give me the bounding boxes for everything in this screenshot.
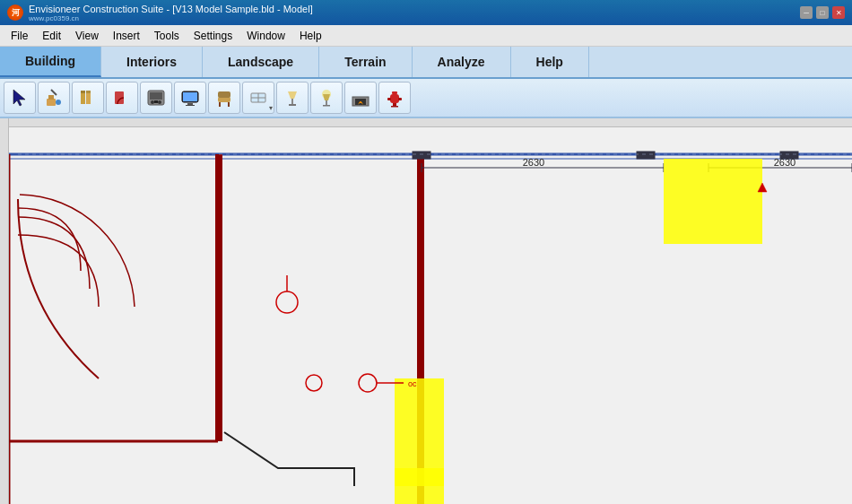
title-bar: 河 Envisioneer Construction Suite - [V13 … (0, 0, 852, 25)
svg-rect-65 (413, 152, 430, 159)
svg-rect-14 (154, 100, 158, 103)
svg-rect-38 (391, 106, 398, 108)
tab-help[interactable]: Help (511, 47, 589, 77)
svg-rect-66 (780, 152, 798, 159)
svg-rect-8 (86, 91, 91, 93)
svg-rect-45 (215, 154, 222, 441)
wall-tool-button[interactable] (72, 82, 104, 114)
svg-rect-36 (390, 94, 399, 103)
app-subtitle: www.pc0359.cn (29, 14, 313, 22)
logo-icon: 河 (7, 4, 23, 21)
svg-rect-56 (664, 159, 762, 244)
menu-window[interactable]: Window (239, 28, 292, 44)
paint-tool-button[interactable] (38, 82, 70, 114)
lamp1-tool-button[interactable] (276, 82, 309, 114)
tab-building[interactable]: Building (0, 47, 101, 77)
svg-rect-18 (186, 105, 195, 106)
menu-view[interactable]: View (68, 28, 106, 44)
svg-rect-17 (187, 103, 193, 105)
door-tool-button[interactable] (106, 82, 138, 114)
ruler-horizontal (0, 118, 852, 127)
svg-point-13 (158, 100, 161, 104)
menu-insert[interactable]: Insert (106, 28, 147, 44)
svg-point-12 (151, 100, 154, 104)
tab-terrain[interactable]: Terrain (319, 47, 412, 77)
svg-rect-22 (228, 102, 230, 107)
lamp2-tool-button[interactable] (310, 82, 343, 114)
svg-rect-31 (326, 100, 327, 105)
menu-help[interactable]: Help (292, 28, 329, 44)
ruler-vertical (0, 118, 9, 504)
toolbar (0, 79, 852, 118)
svg-rect-21 (219, 102, 221, 107)
svg-text:2630: 2630 (523, 157, 544, 168)
svg-line-3 (51, 90, 57, 95)
svg-rect-6 (86, 91, 91, 104)
svg-rect-37 (393, 103, 396, 106)
svg-marker-0 (13, 90, 25, 106)
svg-point-4 (56, 100, 61, 105)
svg-rect-20 (218, 91, 230, 98)
maximize-button[interactable]: □ (816, 6, 829, 19)
chair-tool-button[interactable] (208, 82, 240, 114)
minimize-button[interactable]: ─ (800, 6, 813, 19)
svg-rect-2 (48, 95, 54, 100)
stove-tool-button[interactable] (140, 82, 172, 114)
drawing-area[interactable]: 2630 2630 (9, 127, 852, 504)
svg-rect-32 (323, 105, 330, 107)
svg-rect-27 (291, 99, 293, 104)
svg-marker-30 (323, 94, 330, 100)
svg-rect-28 (289, 104, 296, 106)
hydrant-tool-button[interactable] (378, 82, 411, 114)
tab-landscape[interactable]: Landscape (203, 47, 319, 77)
svg-rect-39 (387, 98, 391, 100)
app-title: Envisioneer Construction Suite - [V13 Mo… (29, 4, 313, 14)
tab-interiors[interactable]: Interiors (101, 47, 203, 77)
select-tool-button[interactable] (4, 82, 36, 114)
window-tool-button[interactable] (242, 82, 274, 114)
tab-analyze[interactable]: Analyze (413, 47, 511, 77)
svg-rect-40 (398, 98, 402, 100)
tab-bar: Building Interiors Landscape Terrain Ana… (0, 47, 852, 79)
svg-rect-7 (81, 91, 85, 93)
menu-edit[interactable]: Edit (35, 28, 68, 44)
canvas-area[interactable]: 2630 2630 (0, 118, 852, 504)
fireplace-tool-button[interactable] (344, 82, 377, 114)
svg-text:oc: oc (408, 379, 417, 388)
svg-rect-67 (637, 152, 655, 159)
svg-rect-5 (81, 91, 85, 104)
menu-bar: File Edit View Insert Tools Settings Win… (0, 25, 852, 47)
menu-tools[interactable]: Tools (147, 28, 187, 44)
svg-rect-58 (395, 468, 444, 504)
floor-plan-svg: 2630 2630 (9, 127, 852, 504)
svg-rect-16 (183, 92, 197, 101)
monitor-tool-button[interactable] (174, 82, 206, 114)
svg-marker-26 (288, 91, 297, 99)
svg-rect-35 (392, 91, 397, 94)
app-logo: 河 Envisioneer Construction Suite - [V13 … (7, 4, 313, 22)
close-button[interactable]: ✕ (832, 6, 845, 19)
svg-rect-11 (150, 92, 162, 100)
menu-file[interactable]: File (4, 28, 35, 44)
svg-rect-1 (47, 99, 56, 106)
menu-settings[interactable]: Settings (187, 28, 239, 44)
